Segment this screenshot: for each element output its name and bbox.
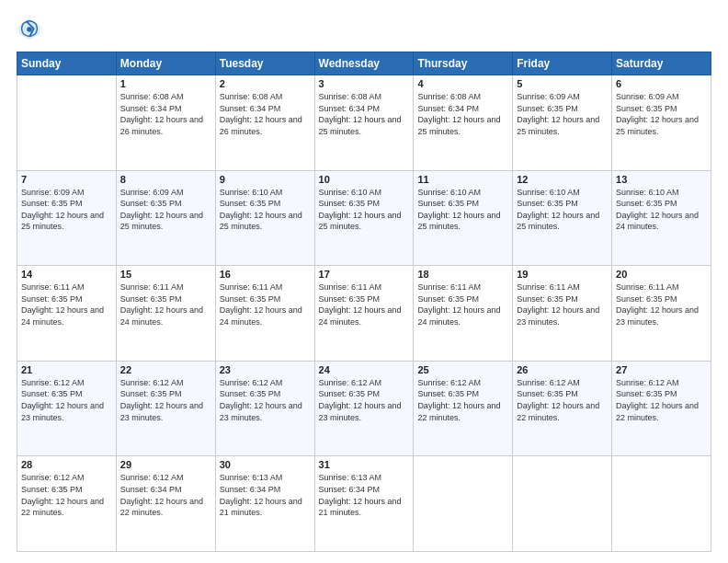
col-monday: Monday	[116, 52, 215, 75]
cell-text: Sunrise: 6:11 AM Sunset: 6:35 PM Dayligh…	[319, 282, 410, 327]
calendar-cell: 3Sunrise: 6:08 AM Sunset: 6:34 PM Daylig…	[314, 75, 414, 171]
cell-text: Sunrise: 6:09 AM Sunset: 6:35 PM Dayligh…	[517, 91, 608, 137]
day-number: 1	[120, 78, 211, 89]
svg-point-1	[27, 27, 32, 32]
calendar-body: 1Sunrise: 6:08 AM Sunset: 6:34 PM Daylig…	[17, 75, 711, 552]
cell-text: Sunrise: 6:08 AM Sunset: 6:34 PM Dayligh…	[220, 91, 311, 137]
calendar-cell: 8Sunrise: 6:09 AM Sunset: 6:35 PM Daylig…	[116, 170, 215, 266]
cell-text: Sunrise: 6:12 AM Sunset: 6:34 PM Dayligh…	[120, 472, 211, 518]
cell-text: Sunrise: 6:08 AM Sunset: 6:34 PM Dayligh…	[319, 91, 410, 137]
calendar-table: Sunday Monday Tuesday Wednesday Thursday…	[17, 52, 711, 552]
day-number: 7	[21, 174, 112, 185]
calendar-cell: 19Sunrise: 6:11 AM Sunset: 6:35 PM Dayli…	[513, 266, 612, 362]
day-number: 10	[319, 174, 410, 185]
calendar-cell: 11Sunrise: 6:10 AM Sunset: 6:35 PM Dayli…	[414, 170, 513, 266]
cell-text: Sunrise: 6:12 AM Sunset: 6:35 PM Dayligh…	[616, 377, 707, 423]
day-number: 20	[616, 269, 707, 280]
calendar-cell: 24Sunrise: 6:12 AM Sunset: 6:35 PM Dayli…	[314, 361, 414, 456]
day-number: 5	[517, 78, 608, 89]
cell-text: Sunrise: 6:08 AM Sunset: 6:34 PM Dayligh…	[417, 91, 508, 137]
day-number: 21	[21, 364, 112, 375]
day-number: 22	[120, 364, 211, 375]
calendar-cell: 29Sunrise: 6:12 AM Sunset: 6:34 PM Dayli…	[116, 456, 215, 552]
day-number: 4	[417, 78, 508, 89]
cell-text: Sunrise: 6:11 AM Sunset: 6:35 PM Dayligh…	[616, 282, 707, 327]
cell-text: Sunrise: 6:12 AM Sunset: 6:35 PM Dayligh…	[21, 377, 112, 423]
cell-text: Sunrise: 6:12 AM Sunset: 6:35 PM Dayligh…	[120, 377, 211, 423]
calendar-cell: 26Sunrise: 6:12 AM Sunset: 6:35 PM Dayli…	[513, 361, 612, 456]
cell-text: Sunrise: 6:10 AM Sunset: 6:35 PM Dayligh…	[220, 187, 311, 233]
col-tuesday: Tuesday	[215, 52, 314, 75]
day-number: 2	[220, 78, 311, 89]
day-number: 17	[319, 269, 410, 280]
calendar-week-5: 28Sunrise: 6:12 AM Sunset: 6:35 PM Dayli…	[17, 456, 711, 552]
day-number: 6	[616, 78, 707, 89]
day-number: 11	[417, 174, 508, 185]
col-thursday: Thursday	[414, 52, 513, 75]
calendar-cell: 21Sunrise: 6:12 AM Sunset: 6:35 PM Dayli…	[17, 361, 117, 456]
calendar-cell: 20Sunrise: 6:11 AM Sunset: 6:35 PM Dayli…	[612, 266, 711, 362]
cell-text: Sunrise: 6:11 AM Sunset: 6:35 PM Dayligh…	[21, 282, 112, 327]
calendar-cell	[612, 456, 711, 552]
calendar-cell: 5Sunrise: 6:09 AM Sunset: 6:35 PM Daylig…	[513, 75, 612, 171]
day-number: 26	[517, 364, 608, 375]
calendar-cell: 7Sunrise: 6:09 AM Sunset: 6:35 PM Daylig…	[17, 170, 117, 266]
calendar-week-4: 21Sunrise: 6:12 AM Sunset: 6:35 PM Dayli…	[17, 361, 711, 456]
cell-text: Sunrise: 6:13 AM Sunset: 6:34 PM Dayligh…	[220, 472, 311, 518]
calendar-cell	[414, 456, 513, 552]
logo-icon	[17, 17, 42, 42]
calendar-cell: 17Sunrise: 6:11 AM Sunset: 6:35 PM Dayli…	[314, 266, 414, 362]
cell-text: Sunrise: 6:12 AM Sunset: 6:35 PM Dayligh…	[319, 377, 410, 423]
day-number: 3	[319, 78, 410, 89]
calendar-cell: 12Sunrise: 6:10 AM Sunset: 6:35 PM Dayli…	[513, 170, 612, 266]
calendar-cell: 2Sunrise: 6:08 AM Sunset: 6:34 PM Daylig…	[215, 75, 314, 171]
cell-text: Sunrise: 6:11 AM Sunset: 6:35 PM Dayligh…	[417, 282, 508, 327]
header	[17, 17, 711, 42]
calendar-cell: 31Sunrise: 6:13 AM Sunset: 6:34 PM Dayli…	[314, 456, 414, 552]
day-number: 30	[220, 459, 311, 470]
day-number: 12	[517, 174, 608, 185]
calendar-week-3: 14Sunrise: 6:11 AM Sunset: 6:35 PM Dayli…	[17, 266, 711, 362]
day-number: 19	[517, 269, 608, 280]
col-saturday: Saturday	[612, 52, 711, 75]
logo	[17, 17, 46, 42]
calendar-cell: 15Sunrise: 6:11 AM Sunset: 6:35 PM Dayli…	[116, 266, 215, 362]
cell-text: Sunrise: 6:08 AM Sunset: 6:34 PM Dayligh…	[120, 91, 211, 137]
cell-text: Sunrise: 6:12 AM Sunset: 6:35 PM Dayligh…	[220, 377, 311, 423]
calendar-cell: 6Sunrise: 6:09 AM Sunset: 6:35 PM Daylig…	[612, 75, 711, 171]
cell-text: Sunrise: 6:11 AM Sunset: 6:35 PM Dayligh…	[220, 282, 311, 327]
page: Sunday Monday Tuesday Wednesday Thursday…	[0, 0, 728, 563]
day-number: 28	[21, 459, 112, 470]
day-number: 9	[220, 174, 311, 185]
day-number: 27	[616, 364, 707, 375]
day-number: 25	[417, 364, 508, 375]
calendar-cell: 16Sunrise: 6:11 AM Sunset: 6:35 PM Dayli…	[215, 266, 314, 362]
day-number: 15	[120, 269, 211, 280]
day-number: 31	[319, 459, 410, 470]
cell-text: Sunrise: 6:11 AM Sunset: 6:35 PM Dayligh…	[517, 282, 608, 327]
cell-text: Sunrise: 6:13 AM Sunset: 6:34 PM Dayligh…	[319, 472, 410, 518]
cell-text: Sunrise: 6:12 AM Sunset: 6:35 PM Dayligh…	[517, 377, 608, 423]
col-wednesday: Wednesday	[314, 52, 414, 75]
calendar-header-row: Sunday Monday Tuesday Wednesday Thursday…	[17, 52, 711, 75]
calendar-cell: 25Sunrise: 6:12 AM Sunset: 6:35 PM Dayli…	[414, 361, 513, 456]
calendar-week-1: 1Sunrise: 6:08 AM Sunset: 6:34 PM Daylig…	[17, 75, 711, 171]
cell-text: Sunrise: 6:10 AM Sunset: 6:35 PM Dayligh…	[517, 187, 608, 233]
day-number: 18	[417, 269, 508, 280]
calendar-cell: 27Sunrise: 6:12 AM Sunset: 6:35 PM Dayli…	[612, 361, 711, 456]
day-number: 24	[319, 364, 410, 375]
calendar-cell: 9Sunrise: 6:10 AM Sunset: 6:35 PM Daylig…	[215, 170, 314, 266]
col-sunday: Sunday	[17, 52, 117, 75]
calendar-cell: 14Sunrise: 6:11 AM Sunset: 6:35 PM Dayli…	[17, 266, 117, 362]
col-friday: Friday	[513, 52, 612, 75]
calendar-cell: 30Sunrise: 6:13 AM Sunset: 6:34 PM Dayli…	[215, 456, 314, 552]
cell-text: Sunrise: 6:09 AM Sunset: 6:35 PM Dayligh…	[21, 187, 112, 233]
cell-text: Sunrise: 6:11 AM Sunset: 6:35 PM Dayligh…	[120, 282, 211, 327]
cell-text: Sunrise: 6:10 AM Sunset: 6:35 PM Dayligh…	[616, 187, 707, 233]
day-number: 29	[120, 459, 211, 470]
calendar-cell: 4Sunrise: 6:08 AM Sunset: 6:34 PM Daylig…	[414, 75, 513, 171]
day-number: 16	[220, 269, 311, 280]
day-number: 14	[21, 269, 112, 280]
calendar-cell: 28Sunrise: 6:12 AM Sunset: 6:35 PM Dayli…	[17, 456, 117, 552]
calendar-cell: 13Sunrise: 6:10 AM Sunset: 6:35 PM Dayli…	[612, 170, 711, 266]
